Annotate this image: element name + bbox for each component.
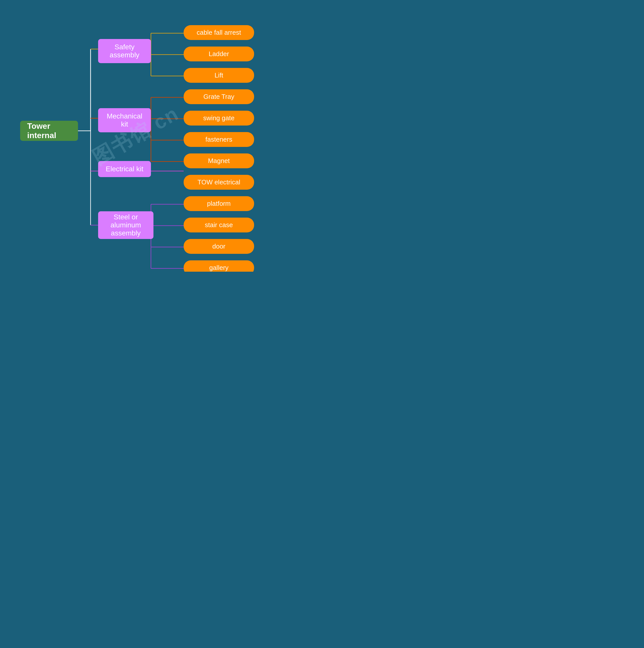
leaf-lift: Lift: [184, 68, 254, 83]
root-node: Tower internal: [20, 121, 78, 141]
leaf-magnet-label: Magnet: [208, 157, 230, 164]
leaf-ladder-label: Ladder: [209, 50, 229, 58]
leaf-fasteners-label: fasteners: [206, 136, 232, 143]
leaf-tow: TOW electrical: [184, 175, 254, 190]
leaf-swing: swing gate: [184, 111, 254, 125]
diagram: Tower internal Safety assembly Mechanica…: [0, 0, 272, 272]
leaf-gallery: gallery: [184, 260, 254, 272]
mid-steel: Steel or aluminum assembly: [98, 211, 154, 239]
mid-electrical: Electrical kit: [98, 161, 151, 177]
leaf-cable-label: cable fall arrest: [197, 29, 241, 36]
leaf-tow-label: TOW electrical: [198, 178, 240, 186]
leaf-magnet: Magnet: [184, 154, 254, 168]
leaf-door: door: [184, 239, 254, 254]
leaf-lift-label: Lift: [215, 71, 223, 79]
leaf-ladder: Ladder: [184, 47, 254, 61]
leaf-cable: cable fall arrest: [184, 25, 254, 40]
leaf-grate-label: Grate Tray: [204, 93, 234, 100]
root-label: Tower internal: [27, 121, 71, 140]
mid-mechanical-label: Mechanical kit: [107, 112, 142, 128]
leaf-platform-label: platform: [207, 200, 231, 207]
leaf-stair-label: stair case: [205, 221, 233, 229]
mid-safety: Safety assembly: [98, 39, 151, 63]
leaf-grate: Grate Tray: [184, 89, 254, 104]
leaf-gallery-label: gallery: [209, 264, 229, 271]
leaf-door-label: door: [212, 242, 225, 250]
leaf-platform: platform: [184, 196, 254, 211]
leaf-stair: stair case: [184, 218, 254, 232]
mid-mechanical: Mechanical kit: [98, 108, 151, 132]
leaf-swing-label: swing gate: [203, 114, 234, 122]
mid-safety-label: Safety assembly: [110, 43, 140, 59]
mid-steel-label: Steel or aluminum assembly: [104, 213, 148, 237]
mid-electrical-label: Electrical kit: [106, 165, 143, 173]
leaf-fasteners: fasteners: [184, 132, 254, 147]
